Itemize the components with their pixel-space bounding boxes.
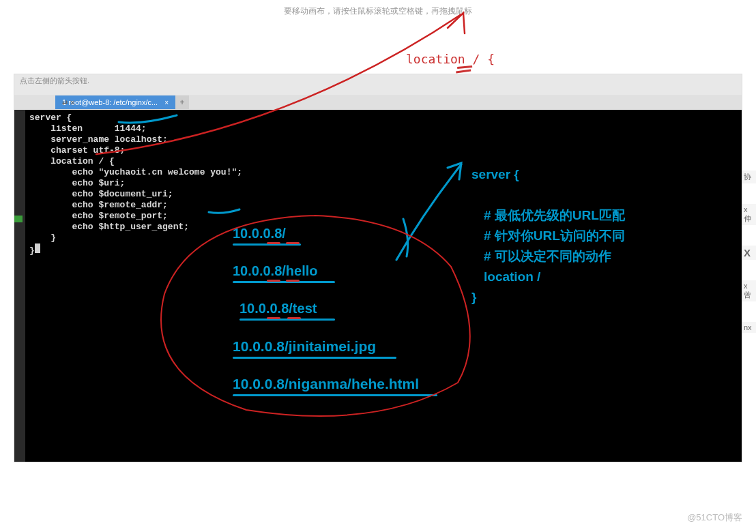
server-open: server { bbox=[471, 164, 625, 185]
gutter-marker-icon bbox=[14, 216, 23, 222]
cursor-icon bbox=[35, 243, 40, 253]
red-arrow-icon bbox=[83, 8, 492, 226]
tab-bar-controls[interactable]: ⇄ ✕ bbox=[62, 99, 75, 106]
server-comment-3: # 可以决定不同的动作 bbox=[484, 246, 625, 267]
right-sidebar-fragments: 协 x伸 X x曾 nx bbox=[742, 171, 756, 353]
watermark: @51CTO博客 bbox=[687, 512, 742, 524]
terminal-area[interactable]: server { listen 11444; server_name local… bbox=[14, 110, 742, 462]
fragment: nx bbox=[742, 322, 756, 333]
red-circle-icon bbox=[137, 212, 492, 424]
server-close: } bbox=[471, 287, 625, 308]
screenshot-panel: 点击左侧的箭头按钮. ⇄ ✕ 1 root@web-8: /etc/nginx/… bbox=[14, 74, 742, 462]
fragment: x伸 bbox=[742, 204, 756, 225]
fragment: X bbox=[742, 246, 756, 260]
terminal-gutter bbox=[14, 110, 25, 462]
fragment: x曾 bbox=[742, 280, 756, 301]
server-location: location / bbox=[484, 267, 625, 287]
server-annotation-block: server { # 最低优先级的URL匹配 # 针对你URL访问的不同 # 可… bbox=[471, 164, 625, 308]
server-comment-1: # 最低优先级的URL匹配 bbox=[484, 205, 625, 226]
server-comment-2: # 针对你URL访问的不同 bbox=[484, 226, 625, 246]
fragment: 协 bbox=[742, 171, 756, 183]
